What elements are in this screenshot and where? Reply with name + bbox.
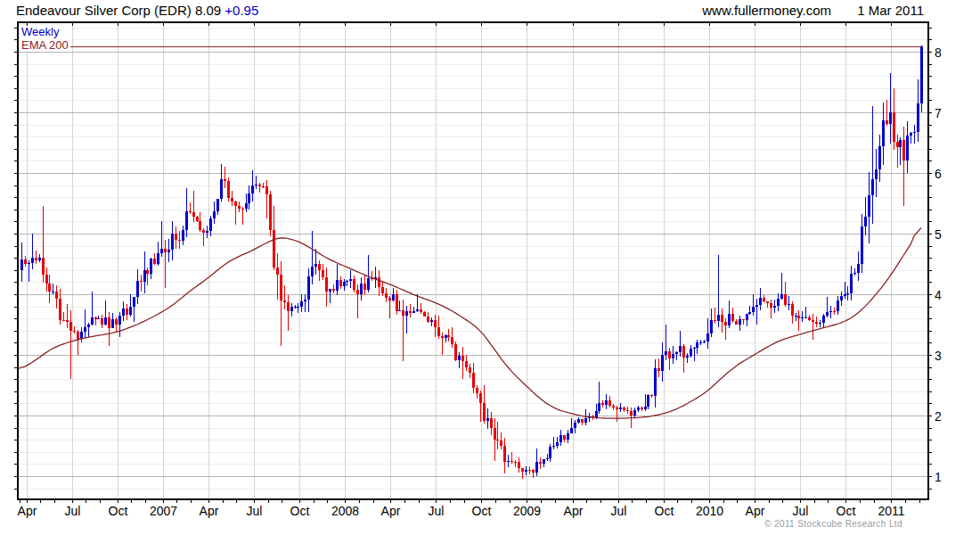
fullermoney-chart-page: Endeavour Silver Corp (EDR) 8.09 +0.95 w… [0, 0, 980, 535]
weekly-candlestick-chart: WeeklyEMA 20012345678AprJulOct2007AprJul… [0, 0, 980, 535]
x-tick-label: Jul [429, 504, 445, 518]
y-tick-label: 4 [935, 288, 942, 302]
x-tick-label: Jul [611, 504, 627, 518]
y-tick-label: 6 [935, 167, 942, 181]
ema-line [18, 227, 921, 418]
y-tick-label: 1 [935, 470, 942, 484]
x-tick-label: Jul [247, 504, 263, 518]
legend-background: WeeklyEMA 200 [19, 24, 70, 52]
x-tick-label: Apr [564, 504, 584, 518]
x-tick-label: Oct [837, 504, 856, 518]
legend-weekly: Weekly [21, 25, 60, 38]
x-tick-label: Jul [65, 504, 81, 518]
x-tick-label: Apr [18, 504, 37, 518]
y-tick-label: 2 [935, 409, 942, 424]
x-tick-label: Jul [793, 504, 809, 518]
y-tick-label: 8 [935, 45, 942, 60]
candles [20, 45, 923, 479]
copyright-notice: © 2011 Stockcube Research Ltd [764, 519, 902, 529]
candlestick-chart-svg: WeeklyEMA 20012345678AprJulOct2007AprJul… [0, 0, 980, 535]
x-tick-label: Oct [109, 504, 128, 518]
x-tick-label: Apr [381, 504, 401, 518]
legend-ema-200: EMA 200 [21, 38, 69, 52]
x-tick-label: 2011 [878, 504, 904, 518]
x-tick-label: Oct [472, 504, 492, 518]
x-tick-label: Apr [200, 504, 219, 518]
axis-labels: 12345678AprJulOct2007AprJulOct2008AprJul… [18, 45, 942, 519]
x-tick-label: Oct [290, 504, 310, 518]
x-tick-label: 2008 [331, 504, 359, 518]
x-tick-label: Apr [746, 504, 765, 518]
x-tick-label: 2010 [696, 504, 723, 518]
y-tick-label: 7 [935, 106, 942, 120]
y-tick-label: 5 [935, 227, 942, 242]
y-tick-label: 3 [935, 349, 942, 363]
x-tick-label: Oct [655, 504, 674, 518]
x-tick-label: 2009 [513, 504, 541, 518]
x-tick-label: 2007 [150, 504, 177, 518]
